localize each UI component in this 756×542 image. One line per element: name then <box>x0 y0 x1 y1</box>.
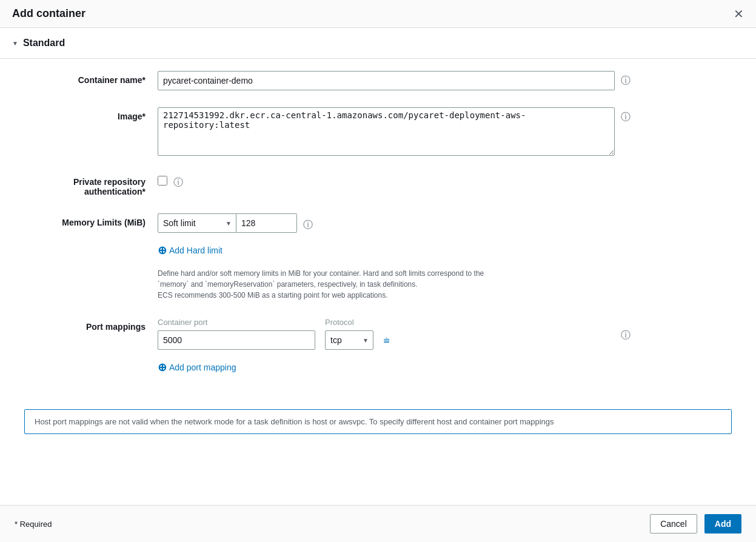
private-repo-label: Private repository authentication* <box>24 173 146 196</box>
port-mappings-label: Port mappings <box>24 318 146 332</box>
remove-port-button[interactable]: ⩧ <box>383 333 389 347</box>
memory-value-input[interactable] <box>236 213 297 233</box>
memory-limits-label: Memory Limits (MiB) <box>24 213 146 227</box>
form-content: Container name* ⓘ Image* ⓘ Private repos… <box>0 59 756 403</box>
memory-info-icon[interactable]: ⓘ <box>303 219 313 232</box>
container-name-input[interactable] <box>158 71 615 90</box>
cancel-button[interactable]: Cancel <box>650 514 697 534</box>
section-header: ▼ Standard <box>0 28 756 59</box>
section-title: Standard <box>23 38 65 49</box>
modal-title: Add container <box>12 7 85 20</box>
modal-footer: * Required Cancel Add <box>0 505 756 542</box>
private-repo-row: Private repository authentication* ⓘ <box>24 173 732 196</box>
private-repo-checkbox-container <box>158 173 167 186</box>
private-repo-checkbox[interactable] <box>158 176 167 186</box>
port-mappings-row: Port mappings Container port Protocol <box>24 318 732 374</box>
add-hard-limit-icon: ⊕ <box>158 244 167 257</box>
required-note: * Required <box>15 520 52 529</box>
memory-controls: Soft limit Hard limit ▼ <box>158 213 297 233</box>
protocol-header: Protocol <box>325 318 398 327</box>
port-mappings-field: Container port Protocol tcp udp <box>158 318 631 374</box>
container-name-label: Container name* <box>24 71 146 85</box>
image-input[interactable] <box>158 107 615 156</box>
image-row: Image* ⓘ <box>24 107 732 156</box>
memory-limits-field: Soft limit Hard limit ▼ ⓘ ⊕ Add Hard lim… <box>158 213 631 301</box>
add-port-icon: ⊕ <box>158 361 167 374</box>
port-input-row: tcp udp ▼ ⩧ <box>158 330 615 350</box>
port-headers: Container port Protocol <box>158 318 615 327</box>
bottom-info-box: Host port mappings are not valid when th… <box>24 409 732 434</box>
container-name-row: Container name* ⓘ <box>24 71 732 90</box>
container-port-header: Container port <box>158 318 315 327</box>
bottom-info-text: Host port mappings are not valid when th… <box>35 417 554 426</box>
protocol-select-wrapper: tcp udp ▼ <box>325 330 373 350</box>
port-mappings-info-icon[interactable]: ⓘ <box>621 329 631 342</box>
modal-header: Add container ✕ <box>0 0 756 28</box>
container-name-field: ⓘ <box>158 71 631 90</box>
port-input[interactable] <box>158 330 315 350</box>
image-field: ⓘ <box>158 107 631 156</box>
memory-help-text: Define hard and/or soft memory limits in… <box>158 268 484 301</box>
private-repo-field: ⓘ <box>158 173 631 189</box>
add-port-mapping-link[interactable]: ⊕ Add port mapping <box>158 361 236 374</box>
close-button[interactable]: ✕ <box>734 8 744 20</box>
protocol-select[interactable]: tcp udp <box>325 330 373 350</box>
footer-buttons: Cancel Add <box>650 514 741 534</box>
add-hard-limit-link[interactable]: ⊕ Add Hard limit <box>158 244 222 257</box>
add-hard-limit-label: Add Hard limit <box>169 246 222 255</box>
image-label: Image* <box>24 107 146 121</box>
add-container-modal: Add container ✕ ▼ Standard Container nam… <box>0 0 756 542</box>
image-info-icon[interactable]: ⓘ <box>621 111 631 124</box>
modal-body: ▼ Standard Container name* ⓘ Image* ⓘ <box>0 28 756 505</box>
chevron-icon: ▼ <box>12 40 18 47</box>
memory-limits-row: Memory Limits (MiB) Soft limit Hard limi… <box>24 213 732 301</box>
add-button[interactable]: Add <box>704 514 741 534</box>
remove-port-icon: ⩧ <box>383 333 389 347</box>
private-repo-info-icon[interactable]: ⓘ <box>173 176 183 189</box>
memory-type-select-wrapper: Soft limit Hard limit ▼ <box>158 213 236 233</box>
container-name-info-icon[interactable]: ⓘ <box>621 75 631 87</box>
port-mappings-inner: Container port Protocol tcp udp <box>158 318 615 350</box>
memory-type-select[interactable]: Soft limit Hard limit <box>158 213 236 233</box>
add-port-mapping-label: Add port mapping <box>169 363 236 372</box>
